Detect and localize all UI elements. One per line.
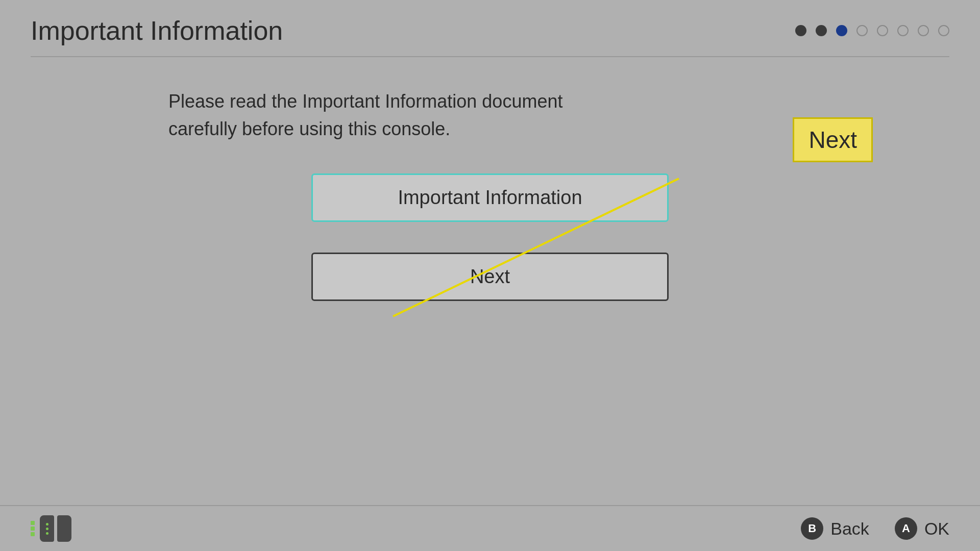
dot-1 — [795, 25, 806, 36]
joycon-icon — [31, 515, 71, 542]
header: Important Information — [0, 0, 980, 56]
joycon-right — [57, 515, 71, 542]
joycon-grid-dot — [31, 527, 35, 531]
footer: B Back A OK — [0, 505, 980, 551]
main-content: Please read the Important Information do… — [0, 57, 980, 301]
important-information-button[interactable]: Important Information — [311, 173, 669, 222]
page-title: Important Information — [31, 15, 283, 46]
dot-7 — [918, 25, 929, 36]
next-button[interactable]: Next — [311, 253, 669, 301]
buttons-container: Important Information Next — [311, 173, 669, 301]
step-dots — [795, 25, 949, 36]
dot-3 — [836, 25, 847, 36]
dot-6 — [897, 25, 909, 36]
joycon-left-dot-1 — [46, 523, 48, 525]
description-text: Please read the Important Information do… — [168, 88, 628, 143]
dot-5 — [877, 25, 888, 36]
b-button-icon: B — [801, 517, 823, 540]
a-button-icon: A — [895, 517, 917, 540]
back-label: Back — [830, 519, 869, 539]
dot-8 — [938, 25, 949, 36]
ok-control: A OK — [895, 517, 949, 540]
joycon-grid-dot — [31, 532, 35, 536]
joycon-left-dot-2 — [46, 528, 48, 530]
footer-controls: B Back A OK — [801, 517, 949, 540]
joycon-left-dot-3 — [46, 532, 48, 535]
back-control: B Back — [801, 517, 869, 540]
ok-label: OK — [924, 519, 949, 539]
joycon-left — [40, 515, 54, 542]
dot-4 — [856, 25, 868, 36]
joycon-grid-dot — [31, 521, 35, 525]
dot-2 — [816, 25, 827, 36]
annotation-next-label: Next — [793, 117, 873, 162]
